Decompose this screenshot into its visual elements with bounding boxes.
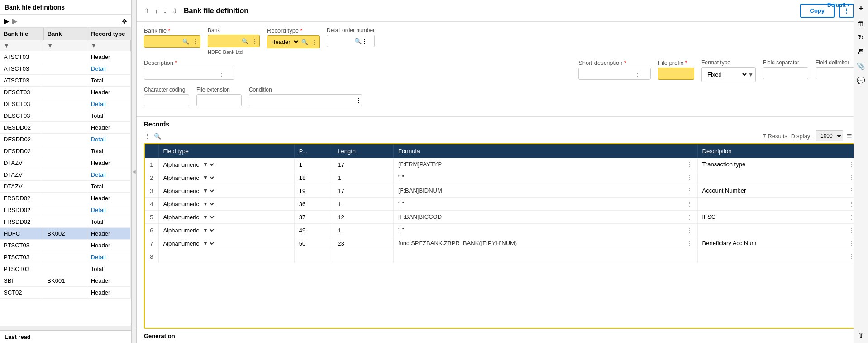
expand-left-icon[interactable]: ✥ bbox=[122, 18, 127, 25]
formula-cell[interactable] bbox=[393, 250, 697, 263]
bank-search-icon[interactable]: 🔍 bbox=[240, 36, 250, 46]
detail-order-input[interactable]: 0 bbox=[327, 35, 354, 47]
formula-dots[interactable]: ⋮ bbox=[687, 200, 693, 208]
field-type-cell[interactable]: Alphanumeric ▼ bbox=[158, 198, 294, 211]
list-item[interactable]: DTAZVDetail bbox=[0, 169, 131, 181]
format-type-select[interactable]: Fixed Variable bbox=[704, 68, 748, 81]
list-item[interactable]: SCT02Header bbox=[0, 287, 131, 299]
formula-cell[interactable]: [F:BAN]BIDNUM ⋮ bbox=[393, 184, 697, 198]
formula-cell[interactable]: "|" ⋮ bbox=[393, 224, 697, 237]
short-desc-more-icon[interactable]: ⋮ bbox=[633, 69, 642, 79]
formula-cell[interactable]: func SPEZBANK.ZBPR_BANK([F:PYH]NUM) ⋮ bbox=[393, 237, 697, 250]
detail-order-more-icon[interactable]: ⋮ bbox=[362, 38, 367, 44]
list-item[interactable]: HDFCBK002Header bbox=[0, 228, 131, 240]
formula-dots[interactable]: ⋮ bbox=[687, 174, 693, 181]
list-item[interactable]: PTSCT03Header bbox=[0, 240, 131, 251]
list-item[interactable]: DESDD02Total bbox=[0, 145, 131, 157]
record-type-search-icon[interactable]: 🔍 bbox=[300, 37, 310, 47]
table-row[interactable]: 5 Alphanumeric ▼ 37 12 [F:BAN]BICCOD ⋮ I… bbox=[145, 211, 860, 224]
list-item[interactable]: PTSCT03Total bbox=[0, 263, 131, 275]
formula-cell[interactable]: [F:BAN]BICCOD ⋮ bbox=[393, 211, 697, 224]
condition-input[interactable] bbox=[249, 95, 356, 106]
field-type-dropdown[interactable]: ▼ bbox=[201, 200, 215, 208]
filter-bank[interactable]: ▼ bbox=[43, 40, 87, 51]
field-type-dropdown[interactable]: ▼ bbox=[201, 161, 215, 168]
field-type-cell[interactable]: Alphanumeric ▼ bbox=[158, 224, 294, 237]
field-type-cell[interactable]: Alphanumeric ▼ bbox=[158, 237, 294, 250]
nav-prev-icon[interactable]: ▶ bbox=[4, 17, 9, 25]
clip-icon[interactable]: 📎 bbox=[857, 62, 865, 70]
formula-dots[interactable]: ⋮ bbox=[687, 227, 693, 234]
table-row[interactable]: 4 Alphanumeric ▼ 36 1 "|" ⋮ ⋮ bbox=[145, 198, 860, 211]
list-item[interactable]: ATSCT03Detail bbox=[0, 63, 131, 75]
stack-icon[interactable]: ☰ bbox=[847, 133, 852, 140]
field-separator-input[interactable] bbox=[763, 68, 800, 79]
field-type-dropdown[interactable]: ▼ bbox=[201, 240, 215, 247]
list-item[interactable]: FRSDD02Header bbox=[0, 193, 131, 204]
table-row[interactable]: 1 Alphanumeric ▼ 1 17 [F:FRM]PAYTYP ⋮ Tr… bbox=[145, 158, 860, 171]
field-type-cell[interactable]: Alphanumeric ▼ bbox=[158, 184, 294, 198]
upload-icon[interactable]: ⇧ bbox=[858, 331, 864, 339]
col-length-header[interactable]: Length bbox=[333, 144, 394, 158]
record-type-more-icon[interactable]: ⋮ bbox=[310, 37, 319, 47]
trash-icon[interactable]: 🗑 bbox=[858, 19, 864, 27]
nav-next-icon[interactable]: ▶ bbox=[12, 17, 17, 25]
resize-handle[interactable]: ◀ bbox=[131, 0, 137, 343]
list-item[interactable]: DESCT03Total bbox=[0, 110, 131, 122]
condition-more-icon[interactable]: ⋮ bbox=[356, 97, 362, 104]
list-item[interactable]: FRSDD02Total bbox=[0, 216, 131, 228]
bank-input[interactable]: BK002 bbox=[208, 35, 240, 47]
records-dots-button[interactable]: ⋮ bbox=[144, 132, 150, 140]
list-item[interactable]: DESDD02Detail bbox=[0, 134, 131, 145]
nav-up-icon[interactable]: ⇧ bbox=[142, 6, 151, 15]
list-item[interactable]: DESCT03Header bbox=[0, 87, 131, 98]
formula-cell[interactable]: [F:FRM]PAYTYP ⋮ bbox=[393, 158, 697, 171]
refresh-icon[interactable]: ↻ bbox=[858, 34, 864, 42]
formula-cell[interactable]: "|" ⋮ bbox=[393, 171, 697, 184]
record-type-select[interactable]: Header Detail Total bbox=[267, 36, 300, 48]
detail-order-search-icon[interactable]: 🔍 bbox=[354, 38, 362, 44]
bank-file-more-icon[interactable]: ⋮ bbox=[191, 37, 200, 47]
list-item[interactable]: FRSDD02Detail bbox=[0, 204, 131, 216]
field-type-dropdown[interactable]: ▼ bbox=[201, 227, 215, 234]
list-item[interactable]: SBIBK001Header bbox=[0, 275, 131, 287]
col-field-type-header[interactable]: Field type bbox=[158, 144, 294, 158]
short-desc-input[interactable]: Transfer bbox=[579, 68, 633, 79]
description-input[interactable]: BP transfers bbox=[144, 68, 217, 79]
field-type-cell[interactable]: Alphanumeric ▼ bbox=[158, 171, 294, 184]
field-type-cell[interactable] bbox=[158, 250, 294, 263]
list-item[interactable]: DTAZVTotal bbox=[0, 181, 131, 193]
bank-file-search-icon[interactable]: 🔍 bbox=[181, 37, 191, 47]
description-more-icon[interactable]: ⋮ bbox=[217, 69, 226, 79]
plus-icon[interactable]: + bbox=[858, 4, 863, 13]
records-search-icon[interactable]: 🔍 bbox=[154, 133, 161, 140]
table-row[interactable]: 7 Alphanumeric ▼ 50 23 func SPEZBANK.ZBP… bbox=[145, 237, 860, 250]
list-item[interactable]: DTAZVHeader bbox=[0, 157, 131, 169]
list-item[interactable]: ATSCT03Total bbox=[0, 75, 131, 87]
col-description-header[interactable]: Description bbox=[697, 144, 860, 158]
table-row[interactable]: 3 Alphanumeric ▼ 19 17 [F:BAN]BIDNUM ⋮ A… bbox=[145, 184, 860, 198]
field-type-cell[interactable]: Alphanumeric ▼ bbox=[158, 158, 294, 171]
list-item[interactable]: ATSCT03Header bbox=[0, 51, 131, 63]
print-icon[interactable]: 🖶 bbox=[858, 48, 864, 56]
table-row[interactable]: 2 Alphanumeric ▼ 18 1 "|" ⋮ ⋮ bbox=[145, 171, 860, 184]
formula-dots[interactable]: ⋮ bbox=[687, 240, 693, 247]
field-type-cell[interactable]: Alphanumeric ▼ bbox=[158, 211, 294, 224]
nav-down-icon[interactable]: ⇩ bbox=[170, 6, 179, 15]
formula-dots[interactable]: ⋮ bbox=[687, 187, 693, 194]
display-select[interactable]: 1000 500 100 bbox=[816, 130, 843, 141]
file-prefix-input[interactable]: RT bbox=[658, 68, 686, 79]
field-type-dropdown[interactable]: ▼ bbox=[201, 174, 215, 181]
formula-dots[interactable]: ⋮ bbox=[687, 213, 693, 221]
list-item[interactable]: DESDD02Header bbox=[0, 122, 131, 134]
col-formula-header[interactable]: Formula bbox=[393, 144, 697, 158]
chat-icon[interactable]: 💬 bbox=[857, 77, 865, 85]
char-coding-input[interactable]: ASCII bbox=[144, 95, 181, 106]
field-type-dropdown[interactable]: ▼ bbox=[201, 187, 215, 194]
list-item[interactable]: PTSCT03Detail bbox=[0, 251, 131, 263]
file-ext-input[interactable] bbox=[197, 95, 233, 106]
list-item[interactable]: DESCT03Detail bbox=[0, 98, 131, 110]
filter-record-type[interactable]: ▼ bbox=[87, 40, 131, 51]
field-delimiter-input[interactable] bbox=[816, 68, 852, 79]
formula-cell[interactable]: "|" ⋮ bbox=[393, 198, 697, 211]
